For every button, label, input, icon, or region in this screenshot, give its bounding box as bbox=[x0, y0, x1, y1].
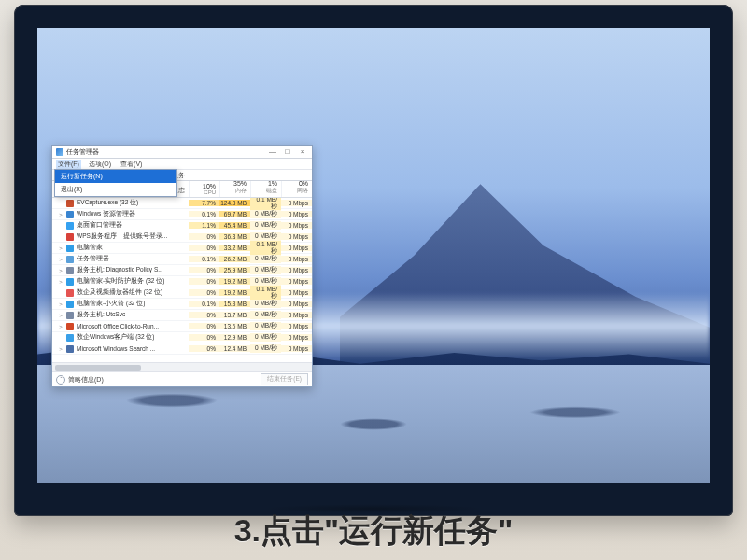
process-name-cell: EVCapture.exe (32 位) bbox=[52, 199, 189, 207]
mem-cell: 33.2 MB bbox=[219, 245, 250, 251]
process-name: Windows 资源管理器 bbox=[77, 210, 135, 218]
expand-icon[interactable]: > bbox=[58, 346, 63, 352]
col-mem-pct: 35% bbox=[233, 180, 247, 187]
fewer-details-toggle[interactable]: ˄ 简略信息(D) bbox=[56, 375, 104, 385]
process-name-cell: >电脑管家-实时防护服务 (32 位) bbox=[52, 277, 189, 286]
process-list[interactable]: EVCapture.exe (32 位)7.7%124.8 MB0.1 MB/秒… bbox=[52, 198, 312, 362]
process-row[interactable]: >电脑管家0%33.2 MB0.1 MB/秒0 Mbps bbox=[52, 243, 312, 254]
expand-icon[interactable]: > bbox=[58, 212, 63, 217]
mem-cell: 36.3 MB bbox=[219, 233, 250, 240]
process-name: 电脑管家-实时防护服务 (32 位) bbox=[77, 277, 164, 286]
process-name: WPS服务程序，提供账号登录... bbox=[77, 232, 167, 241]
expand-icon[interactable]: > bbox=[58, 245, 63, 251]
mem-cell: 45.4 MB bbox=[219, 222, 250, 229]
close-button[interactable]: × bbox=[295, 147, 310, 158]
col-disk-pct: 1% bbox=[268, 180, 277, 187]
cpu-cell: 0% bbox=[189, 323, 219, 329]
disk-cell: 0.1 MB/秒 bbox=[250, 286, 281, 301]
process-icon bbox=[66, 245, 74, 252]
process-name-cell: WPS服务程序，提供账号登录... bbox=[52, 232, 189, 241]
process-row[interactable]: >Windows 资源管理器0.1%69.7 MB0 MB/秒0 Mbps bbox=[52, 209, 312, 220]
expand-icon[interactable]: > bbox=[58, 324, 63, 329]
disk-cell: 0.1 MB/秒 bbox=[250, 241, 281, 256]
process-icon bbox=[66, 222, 74, 230]
expand-icon[interactable]: > bbox=[58, 257, 63, 262]
process-row[interactable]: EVCapture.exe (32 位)7.7%124.8 MB0.1 MB/秒… bbox=[52, 198, 312, 209]
menu-run-new-task[interactable]: 运行新任务(N) bbox=[55, 170, 176, 183]
expand-icon[interactable]: > bbox=[58, 313, 63, 318]
file-menu-dropdown[interactable]: 运行新任务(N) 退出(X) bbox=[54, 169, 177, 197]
disk-cell: 0 MB/秒 bbox=[250, 210, 281, 218]
mem-cell: 12.4 MB bbox=[219, 345, 250, 352]
mem-cell: 26.2 MB bbox=[219, 256, 250, 262]
process-row[interactable]: >Microsoft Office Click-to-Run...0%13.6 … bbox=[52, 321, 312, 332]
process-name: 桌面窗口管理器 bbox=[77, 221, 122, 230]
process-row[interactable]: >电脑管家-小火箭 (32 位)0.1%15.8 MB0 MB/秒0 Mbps bbox=[52, 299, 312, 310]
process-row[interactable]: >服务主机: Diagnostic Policy S...0%25.9 MB0 … bbox=[52, 265, 312, 276]
process-name-cell: >任务管理器 bbox=[52, 255, 189, 263]
net-cell: 0 Mbps bbox=[281, 211, 312, 217]
process-icon bbox=[66, 267, 74, 274]
col-net-pct: 0% bbox=[299, 180, 308, 187]
process-name: Microsoft Windows Search ... bbox=[77, 345, 155, 352]
process-name: 数企及视频播放器组件 (32 位) bbox=[77, 288, 162, 297]
process-icon bbox=[66, 323, 74, 330]
app-icon bbox=[56, 148, 63, 156]
cpu-cell: 0.1% bbox=[189, 301, 219, 307]
process-icon bbox=[66, 301, 74, 308]
col-disk[interactable]: 1% 磁盘 bbox=[250, 181, 281, 197]
process-name-cell: 桌面窗口管理器 bbox=[52, 221, 189, 230]
process-row[interactable]: 数企Windows客户端 (32 位)0%12.9 MB0 MB/秒0 Mbps bbox=[52, 332, 312, 343]
maximize-button[interactable]: □ bbox=[280, 147, 295, 158]
expand-icon[interactable]: > bbox=[58, 279, 63, 285]
col-mem[interactable]: 35% 内存 bbox=[219, 181, 250, 197]
process-name-cell: >Microsoft Windows Search ... bbox=[52, 345, 189, 353]
menu-exit[interactable]: 退出(X) bbox=[55, 183, 176, 196]
process-name-cell: >Windows 资源管理器 bbox=[52, 210, 189, 218]
col-net-lbl: 网络 bbox=[297, 187, 308, 195]
disk-cell: 0 MB/秒 bbox=[250, 300, 281, 308]
end-task-button[interactable]: 结束任务(E) bbox=[261, 373, 308, 385]
disk-cell: 0 MB/秒 bbox=[250, 311, 281, 319]
process-icon bbox=[66, 200, 74, 207]
menu-options[interactable]: 选项(O) bbox=[87, 160, 113, 169]
net-cell: 0 Mbps bbox=[281, 222, 312, 229]
minimize-button[interactable]: — bbox=[265, 147, 280, 158]
process-icon bbox=[66, 345, 74, 353]
net-cell: 0 Mbps bbox=[281, 323, 312, 329]
chevron-up-icon: ˄ bbox=[56, 375, 65, 385]
menu-view[interactable]: 查看(V) bbox=[119, 160, 144, 169]
cpu-cell: 0% bbox=[189, 334, 219, 341]
titlebar[interactable]: 任务管理器 — □ × bbox=[52, 146, 312, 159]
net-cell: 0 Mbps bbox=[281, 312, 312, 318]
menu-file[interactable]: 文件(F) bbox=[56, 160, 81, 169]
process-row[interactable]: 桌面窗口管理器1.1%45.4 MB0 MB/秒0 Mbps bbox=[52, 220, 312, 231]
process-icon bbox=[66, 233, 74, 241]
process-row[interactable]: >任务管理器0.1%26.2 MB0 MB/秒0 Mbps bbox=[52, 254, 312, 265]
col-cpu-lbl: CPU bbox=[204, 189, 216, 195]
disk-cell: 0 MB/秒 bbox=[250, 344, 281, 353]
net-cell: 0 Mbps bbox=[281, 289, 312, 296]
disk-cell: 0 MB/秒 bbox=[250, 333, 281, 342]
process-row[interactable]: >Microsoft Windows Search ...0%12.4 MB0 … bbox=[52, 343, 312, 355]
process-row[interactable]: >服务主机: UtcSvc0%13.7 MB0 MB/秒0 Mbps bbox=[52, 310, 312, 321]
mem-cell: 69.7 MB bbox=[219, 211, 250, 217]
col-net[interactable]: 0% 网络 bbox=[281, 181, 312, 197]
expand-icon[interactable]: > bbox=[58, 301, 63, 307]
scrollbar-thumb[interactable] bbox=[55, 365, 141, 371]
cpu-cell: 0% bbox=[189, 245, 219, 251]
horizontal-scrollbar[interactable] bbox=[52, 362, 312, 371]
cpu-cell: 0.1% bbox=[189, 211, 219, 217]
process-name: 电脑管家-小火箭 (32 位) bbox=[77, 300, 145, 308]
mem-cell: 25.9 MB bbox=[219, 267, 250, 273]
cpu-cell: 0.1% bbox=[189, 256, 219, 262]
col-mem-lbl: 内存 bbox=[235, 187, 247, 195]
net-cell: 0 Mbps bbox=[281, 233, 312, 240]
disk-cell: 0 MB/秒 bbox=[250, 255, 281, 263]
net-cell: 0 Mbps bbox=[281, 334, 312, 341]
process-row[interactable]: 数企及视频播放器组件 (32 位)0%19.2 MB0.1 MB/秒0 Mbps bbox=[52, 287, 312, 299]
process-name-cell: >服务主机: UtcSvc bbox=[52, 311, 189, 319]
col-cpu[interactable]: 10% CPU bbox=[189, 181, 219, 197]
mem-cell: 13.7 MB bbox=[219, 312, 250, 318]
expand-icon[interactable]: > bbox=[58, 268, 63, 273]
